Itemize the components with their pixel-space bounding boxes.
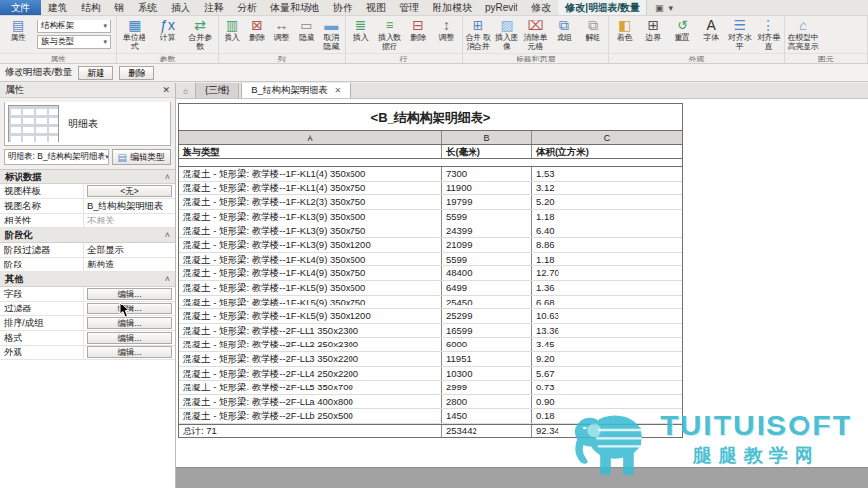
cell[interactable]: 混凝土 - 矩形梁: 教学楼--2F-LLb 250x500: [179, 409, 442, 423]
new-button[interactable]: 新建: [78, 66, 113, 80]
ribbon-minimize-icon[interactable]: ▾: [668, 3, 673, 13]
tool-边界[interactable]: ⊞边界: [641, 18, 668, 42]
ribbon-tab-管理[interactable]: 管理: [393, 0, 426, 15]
cell[interactable]: 混凝土 - 矩形梁: 教学楼--2F-LLa 400x800: [179, 395, 442, 409]
tool-删除[interactable]: ⊠删除: [245, 18, 268, 42]
ribbon-display-icon[interactable]: ▣: [655, 3, 664, 13]
ribbon-tab-插入[interactable]: 插入: [164, 0, 197, 15]
close-icon[interactable]: ✕: [162, 85, 170, 95]
cell[interactable]: 5.67: [532, 367, 682, 381]
tool-计算[interactable]: ƒx计算: [152, 18, 184, 42]
cell[interactable]: 21099: [442, 238, 532, 252]
column-letter[interactable]: C: [532, 131, 682, 144]
cell[interactable]: 11900: [442, 182, 532, 195]
tool-单位格式[interactable]: ▦单位格式: [119, 18, 150, 51]
ribbon-tab-系统[interactable]: 系统: [131, 0, 164, 15]
cell[interactable]: 10.63: [532, 309, 682, 323]
total-row[interactable]: 总计: 7125344292.34: [179, 424, 682, 438]
tool-解组[interactable]: ⧉解组: [580, 18, 606, 42]
table-row[interactable]: 混凝土 - 矩形梁: 教学楼--2F-LL1 350x23001659913.3…: [179, 324, 682, 339]
cell[interactable]: 6000: [442, 338, 532, 351]
prop-value-外观[interactable]: 编辑...: [87, 346, 172, 358]
cell[interactable]: 3.45: [532, 338, 682, 351]
view-tab-3d[interactable]: {三维}: [195, 83, 239, 98]
cell[interactable]: 5599: [442, 253, 532, 266]
column-header[interactable]: 长(毫米): [442, 145, 532, 159]
ribbon-tab-钢[interactable]: 钢: [107, 0, 131, 15]
tool-隐藏[interactable]: ▭隐藏: [295, 18, 317, 42]
cell[interactable]: 8.86: [532, 238, 682, 252]
ribbon-tab-建筑[interactable]: 建筑: [41, 0, 74, 15]
cell[interactable]: 13.36: [532, 324, 682, 338]
ribbon-tab-附加模块[interactable]: 附加模块: [426, 0, 478, 15]
table-row[interactable]: 混凝土 - 矩形梁: 教学楼--1F-KL5(9) 350x60064991.3…: [179, 281, 682, 296]
cell[interactable]: 7300: [442, 167, 532, 181]
cell[interactable]: 25299: [442, 309, 532, 323]
ribbon-tab-体量和场地[interactable]: 体量和场地: [264, 0, 326, 15]
tool-取消隐藏全部[interactable]: ▬取消隐藏全部: [320, 18, 343, 51]
cell[interactable]: 5.20: [532, 195, 682, 209]
table-row[interactable]: 混凝土 - 矩形梁: 教学楼--2F-LL4 250x2200103005.67: [179, 367, 682, 382]
cell[interactable]: 1.18: [532, 253, 682, 266]
cell[interactable]: 混凝土 - 矩形梁: 教学楼--2F-LL2 250x2300: [179, 338, 442, 351]
table-row[interactable]: 混凝土 - 矩形梁: 教学楼--2F-LL3 350x2200119519.20: [179, 352, 682, 367]
cell[interactable]: 25450: [442, 296, 532, 309]
cell[interactable]: 混凝土 - 矩形梁: 教学楼--1F-KL2(3) 350x750: [179, 195, 442, 209]
schedule-instance-dropdown[interactable]: 明细表: B_结构构架明细表 ▾: [4, 149, 109, 165]
table-row[interactable]: 混凝土 - 矩形梁: 教学楼--1F-KL1(4) 350x750119003.…: [179, 182, 682, 196]
cell[interactable]: 2999: [442, 381, 532, 394]
file-menu-button[interactable]: 文件: [0, 0, 41, 15]
cell[interactable]: 6499: [442, 281, 532, 295]
collapse-chevron-icon[interactable]: ˄: [165, 172, 170, 182]
cell[interactable]: 混凝土 - 矩形梁: 教学楼--1F-KL1(4) 350x750: [179, 182, 442, 195]
table-row[interactable]: 混凝土 - 矩形梁: 教学楼--2F-LLb 250x50014500.18: [179, 409, 682, 424]
tool-删除[interactable]: ⊟删除: [405, 18, 432, 42]
cell[interactable]: 1.18: [532, 210, 682, 224]
selector-结构框架[interactable]: 结构框架▾: [37, 20, 111, 33]
table-row[interactable]: 混凝土 - 矩形梁: 教学楼--1F-KL3(9) 350x750243996.…: [179, 224, 682, 239]
table-row[interactable]: 混凝土 - 矩形梁: 教学楼--1F-KL3(9) 350x60055991.1…: [179, 210, 682, 224]
cell[interactable]: 12.70: [532, 266, 682, 280]
total-cell[interactable]: 92.34: [532, 425, 682, 438]
ribbon-tab-pyRevit[interactable]: pyRevit: [478, 0, 524, 15]
delete-button[interactable]: 删除: [119, 66, 154, 80]
ribbon-tab-视图[interactable]: 视图: [359, 0, 393, 15]
table-row[interactable]: 混凝土 - 矩形梁: 教学楼--1F-KL5(9) 350x1200252991…: [179, 309, 682, 324]
table-row[interactable]: 混凝土 - 矩形梁: 教学楼--1F-KL1(4) 350x60073001.5…: [179, 167, 682, 182]
cell[interactable]: 混凝土 - 矩形梁: 教学楼--1F-KL3(9) 350x1200: [179, 238, 442, 252]
cell[interactable]: 10300: [442, 367, 532, 381]
column-header[interactable]: 体积(立方米): [532, 145, 682, 159]
cell[interactable]: 2800: [442, 395, 532, 409]
cell[interactable]: 混凝土 - 矩形梁: 教学楼--2F-LL3 350x2200: [179, 352, 442, 366]
edit-type-button[interactable]: ▤ 编辑类型: [112, 149, 171, 165]
table-row[interactable]: 混凝土 - 矩形梁: 教学楼--1F-KL5(9) 350x750254506.…: [179, 296, 682, 310]
tool-字体[interactable]: A字体: [698, 18, 725, 42]
tool-调整[interactable]: ↕调整: [434, 18, 460, 42]
schedule-title[interactable]: <B_结构构架明细表>: [178, 103, 683, 130]
table-row[interactable]: 混凝土 - 矩形梁: 教学楼--1F-KL4(9) 350x60055991.1…: [179, 253, 682, 267]
cell[interactable]: 混凝土 - 矩形梁: 教学楼--1F-KL3(9) 350x750: [179, 224, 442, 238]
cell[interactable]: 混凝土 - 矩形梁: 教学楼--1F-KL4(9) 350x750: [179, 266, 442, 280]
tool-插入[interactable]: ▥插入: [221, 18, 243, 42]
tool-清除单元格[interactable]: ⌧清除单元格: [522, 18, 549, 51]
cell[interactable]: 混凝土 - 矩形梁: 教学楼--1F-KL4(9) 350x600: [179, 253, 442, 266]
cell[interactable]: 6.68: [532, 296, 682, 309]
prop-group-阶段化[interactable]: 阶段化˄: [0, 228, 175, 243]
tool-插入数据行[interactable]: ≡插入数据行: [376, 18, 402, 51]
close-tab-icon[interactable]: ✕: [334, 86, 341, 95]
cell[interactable]: 混凝土 - 矩形梁: 教学楼--2F-LL5 350x700: [179, 381, 442, 394]
table-row[interactable]: 混凝土 - 矩形梁: 教学楼--1F-KL2(3) 350x750197995.…: [179, 195, 682, 210]
table-row[interactable]: 混凝土 - 矩形梁: 教学楼--1F-KL3(9) 350x1200210998…: [179, 238, 682, 253]
cell[interactable]: 3.12: [532, 182, 682, 195]
cell[interactable]: 19799: [442, 195, 532, 209]
prop-group-其他[interactable]: 其他˄: [0, 272, 175, 287]
cell[interactable]: 48400: [442, 266, 532, 280]
tool-着色[interactable]: ◧着色: [611, 18, 639, 42]
cell[interactable]: 11951: [442, 352, 532, 366]
tool-重置[interactable]: ↺重置: [669, 18, 696, 42]
cell[interactable]: 1.36: [532, 281, 682, 295]
column-header[interactable]: 族与类型: [179, 145, 442, 159]
tool-对齐垂直[interactable]: ⋮对齐垂直: [756, 18, 783, 51]
cell[interactable]: 混凝土 - 矩形梁: 教学楼--1F-KL5(9) 350x600: [179, 281, 442, 295]
view-tab-schedule[interactable]: B_结构构架明细表 ✕: [241, 83, 351, 98]
